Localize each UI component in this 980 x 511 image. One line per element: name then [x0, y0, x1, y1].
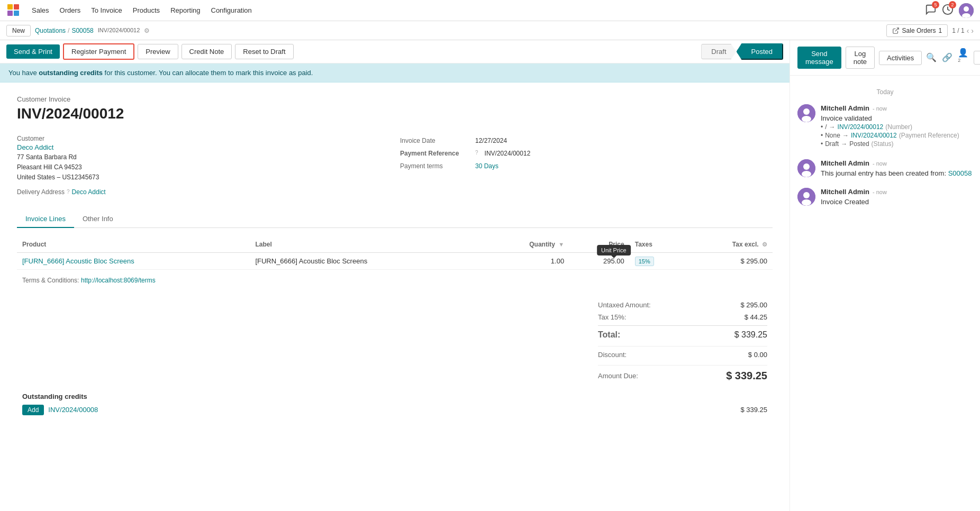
alert-text-after: for this customer. You can allocate them… — [103, 69, 313, 77]
to-val-link-2[interactable]: INV/2024/00012 — [851, 132, 897, 139]
terms-label: Terms & Conditions: — [22, 277, 79, 284]
row-quantity[interactable]: 1.00 — [483, 252, 569, 269]
following-button[interactable]: Following ▼ — [974, 51, 980, 65]
reset-to-draft-button[interactable]: Reset to Draft — [235, 44, 293, 59]
message-avatar-2 — [797, 159, 815, 177]
msg-change-payment-ref: • None → INV/2024/00012 (Payment Referen… — [821, 132, 973, 139]
s00058-link[interactable]: S00058 — [948, 169, 972, 177]
tab-other-info[interactable]: Other Info — [74, 211, 122, 228]
svg-line-8 — [895, 28, 898, 31]
message-header-1: Mitchell Admin - now — [821, 104, 973, 112]
new-button[interactable]: New — [6, 25, 31, 36]
pagination-text: 1 / 1 — [952, 27, 964, 34]
nav-orders[interactable]: Orders — [60, 4, 81, 16]
followers-icon[interactable]: 👤2 — [958, 48, 968, 67]
prev-page-button[interactable]: ‹ — [967, 26, 969, 35]
content-area: Send & Print Register Payment Preview Cr… — [0, 40, 790, 511]
breadcrumb-quotations[interactable]: Quotations — [35, 27, 66, 34]
credit-note-button[interactable]: Credit Note — [182, 44, 232, 59]
message-avatar-1 — [797, 104, 815, 122]
product-link[interactable]: [FURN_6666] Acoustic Bloc Screens — [22, 257, 134, 265]
message-author-2: Mitchell Admin — [821, 159, 869, 167]
payment-ref-value: INV/2024/00012 — [485, 150, 531, 157]
payment-ref-help-icon[interactable]: ? — [475, 150, 478, 156]
customer-address: 77 Santa Barbara Rd Pleasant Hill CA 945… — [17, 152, 389, 183]
delivery-label: Delivery Address — [17, 188, 65, 196]
message-item-2: Mitchell Admin - now This journal entry … — [797, 159, 973, 177]
invoice-type-label: Customer Invoice — [17, 95, 773, 103]
message-item: Mitchell Admin - now Invoice validated •… — [797, 104, 973, 149]
svg-point-13 — [803, 163, 810, 170]
tab-invoice-lines[interactable]: Invoice Lines — [17, 211, 74, 228]
from-val-1: / — [825, 123, 827, 131]
to-val-link-1[interactable]: INV/2024/00012 — [838, 123, 884, 131]
app-logo[interactable] — [6, 3, 21, 18]
action-bar: Send & Print Register Payment Preview Cr… — [0, 40, 790, 63]
activities-button[interactable]: Activities — [879, 51, 922, 65]
svg-point-14 — [802, 171, 811, 177]
invoice-lines-table: Product Label Quantity ▼ Price Taxes Tax… — [17, 236, 773, 270]
user-avatar[interactable] — [959, 3, 974, 18]
status-posted-button[interactable]: Posted — [737, 43, 783, 60]
breadcrumb-bar: New Quotations / S00058 INV/2024/00012 ⚙… — [0, 21, 980, 40]
breadcrumb-s00058[interactable]: S00058 — [71, 27, 93, 34]
tax-value: $ 44.25 — [745, 313, 767, 321]
msg-change-status: • Draft → Posted (Status) — [821, 140, 973, 148]
to-val-3: Posted — [849, 140, 869, 148]
register-payment-button[interactable]: Register Payment — [63, 43, 134, 60]
settings-gear-icon[interactable]: ⚙ — [144, 27, 150, 34]
col-label: Label — [250, 236, 483, 253]
sale-orders-button[interactable]: Sale Orders 1 — [886, 24, 948, 37]
top-right-icons: 5 2 — [925, 3, 974, 18]
status-draft-button[interactable]: Draft — [701, 44, 736, 59]
payment-terms-value[interactable]: 30 Days — [475, 162, 498, 170]
payment-ref-row: Payment Reference ? INV/2024/00012 — [400, 150, 773, 157]
svg-rect-1 — [14, 4, 19, 10]
message-time-2: - now — [873, 160, 887, 167]
delivery-help-icon[interactable]: ? — [67, 189, 70, 195]
nav-to-invoice[interactable]: To Invoice — [91, 4, 122, 16]
send-print-button[interactable]: Send & Print — [6, 44, 60, 59]
send-message-button[interactable]: Send message — [797, 47, 841, 69]
invoice-date-label: Invoice Date — [400, 137, 469, 144]
log-note-button[interactable]: Log note — [846, 47, 875, 69]
outstanding-ref-link[interactable]: INV/2024/00008 — [48, 406, 98, 414]
invoice-form: Customer Invoice INV/2024/00012 Customer… — [0, 83, 790, 436]
address-line2: Pleasant Hill CA 94523 — [17, 162, 389, 172]
quantity-sort-icon[interactable]: ▼ — [558, 241, 564, 248]
invoice-date-value[interactable]: 12/27/2024 — [475, 137, 507, 144]
payment-terms-row: Payment terms 30 Days — [400, 162, 773, 170]
nav-products[interactable]: Products — [133, 4, 160, 16]
preview-button[interactable]: Preview — [138, 44, 178, 59]
next-page-button[interactable]: › — [971, 26, 974, 35]
tax-excl-settings-icon[interactable]: ⚙ — [762, 241, 767, 248]
activities-icon[interactable]: 2 — [942, 4, 954, 17]
terms-link[interactable]: http://localhost:8069/terms — [81, 277, 156, 284]
main-layout: Send & Print Register Payment Preview Cr… — [0, 40, 980, 511]
arrow-icon-2: → — [842, 132, 849, 139]
outstanding-credits-title: Outstanding credits — [22, 393, 767, 400]
top-navigation: Sales Orders To Invoice Products Reporti… — [0, 0, 980, 21]
messages-icon[interactable]: 5 — [925, 4, 937, 17]
attachment-icon[interactable]: 🔗 — [942, 52, 952, 62]
total-value: $ 339.25 — [734, 330, 767, 340]
nav-sales[interactable]: Sales — [32, 4, 49, 16]
address-line1: 77 Santa Barbara Rd — [17, 152, 389, 162]
row-price[interactable]: 295.00 Unit Price — [569, 252, 630, 269]
amount-due-row: Amount Due: $ 339.25 — [598, 365, 767, 384]
nav-reporting[interactable]: Reporting — [170, 4, 200, 16]
search-chatter-icon[interactable]: 🔍 — [926, 52, 937, 62]
customer-name[interactable]: Deco Addict — [17, 143, 389, 151]
chatter-panel: Send message Log note Activities 🔍 🔗 👤2 … — [790, 40, 980, 511]
message-text-3: Invoice Created — [821, 198, 973, 206]
status-flow: Draft Posted — [701, 43, 783, 60]
tax-badge[interactable]: 15% — [635, 257, 654, 266]
breadcrumb-right: Sale Orders 1 1 / 1 ‹ › — [886, 24, 974, 37]
amount-due-value: $ 339.25 — [726, 370, 767, 382]
invoice-number: INV/2024/00012 — [17, 105, 773, 122]
add-credit-button[interactable]: Add — [22, 405, 44, 415]
alert-text-before: You have — [8, 69, 39, 77]
col-quantity: Quantity ▼ — [483, 236, 569, 253]
nav-configuration[interactable]: Configuration — [211, 4, 252, 16]
delivery-address-link[interactable]: Deco Addict — [72, 188, 106, 196]
